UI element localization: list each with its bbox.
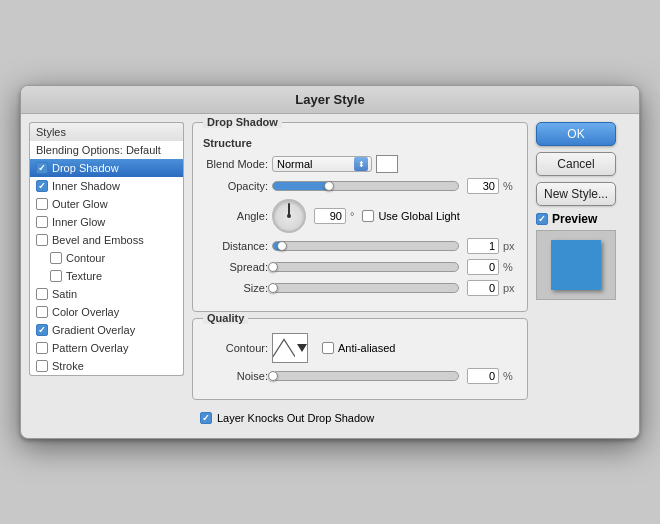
spread-input[interactable] xyxy=(467,259,499,275)
sidebar-item-color-overlay[interactable]: Color Overlay xyxy=(30,303,183,321)
layer-knocks-checkbox[interactable] xyxy=(200,412,212,424)
noise-slider[interactable] xyxy=(272,371,459,381)
sidebar-item-pattern-overlay[interactable]: Pattern Overlay xyxy=(30,339,183,357)
stroke-checkbox[interactable] xyxy=(36,360,48,372)
structure-section: Drop Shadow Structure Blend Mode: Normal… xyxy=(192,122,528,312)
sidebar-item-drop-shadow[interactable]: Drop Shadow xyxy=(30,159,183,177)
angle-degree-symbol: ° xyxy=(350,210,354,222)
ok-button[interactable]: OK xyxy=(536,122,616,146)
use-global-light-label: Use Global Light xyxy=(378,210,459,222)
drop-shadow-checkbox[interactable] xyxy=(36,162,48,174)
contour-row: Contour: Anti-aliased xyxy=(203,333,517,363)
new-style-button[interactable]: New Style... xyxy=(536,182,616,206)
drop-shadow-label: Drop Shadow xyxy=(203,116,282,128)
spread-row: Spread: % xyxy=(203,259,517,275)
opacity-slider[interactable] xyxy=(272,181,459,191)
preview-checkbox[interactable] xyxy=(536,213,548,225)
structure-label: Structure xyxy=(203,137,517,149)
blending-options-item[interactable]: Blending Options: Default xyxy=(30,141,183,159)
noise-row: Noise: % xyxy=(203,368,517,384)
angle-label: Angle: xyxy=(203,210,268,222)
size-row: Size: px xyxy=(203,280,517,296)
size-input[interactable] xyxy=(467,280,499,296)
angle-input[interactable] xyxy=(314,208,346,224)
sidebar-item-gradient-overlay[interactable]: Gradient Overlay xyxy=(30,321,183,339)
pattern-overlay-checkbox[interactable] xyxy=(36,342,48,354)
layer-knocks-row: Layer Knocks Out Drop Shadow xyxy=(192,406,528,430)
contour-checkbox[interactable] xyxy=(50,252,62,264)
satin-checkbox[interactable] xyxy=(36,288,48,300)
opacity-unit: % xyxy=(503,180,517,192)
dialog-title: Layer Style xyxy=(21,86,639,114)
sidebar-item-satin[interactable]: Satin xyxy=(30,285,183,303)
opacity-label: Opacity: xyxy=(203,180,268,192)
quality-section: Quality Contour: Anti-aliased xyxy=(192,318,528,400)
left-panel: Styles Blending Options: Default Drop Sh… xyxy=(29,122,184,430)
blend-mode-select-wrap: Normal Multiply Screen xyxy=(272,156,372,172)
contour-label: Contour: xyxy=(203,342,268,354)
bevel-emboss-checkbox[interactable] xyxy=(36,234,48,246)
blend-mode-label: Blend Mode: xyxy=(203,158,268,170)
angle-wheel[interactable] xyxy=(272,199,306,233)
texture-checkbox[interactable] xyxy=(50,270,62,282)
spread-unit: % xyxy=(503,261,517,273)
blend-mode-select[interactable]: Normal Multiply Screen xyxy=(272,156,372,172)
blend-mode-row: Blend Mode: Normal Multiply Screen xyxy=(203,155,517,173)
distance-label: Distance: xyxy=(203,240,268,252)
size-unit: px xyxy=(503,282,517,294)
preview-box xyxy=(536,230,616,300)
sidebar-item-bevel-emboss[interactable]: Bevel and Emboss xyxy=(30,231,183,249)
color-overlay-checkbox[interactable] xyxy=(36,306,48,318)
sidebar-item-contour[interactable]: Contour xyxy=(30,249,183,267)
styles-list: Blending Options: Default Drop Shadow In… xyxy=(29,141,184,376)
layer-knocks-label: Layer Knocks Out Drop Shadow xyxy=(217,412,374,424)
spread-label: Spread: xyxy=(203,261,268,273)
opacity-row: Opacity: % xyxy=(203,178,517,194)
use-global-light-checkbox[interactable] xyxy=(362,210,374,222)
outer-glow-checkbox[interactable] xyxy=(36,198,48,210)
right-panel: OK Cancel New Style... Preview xyxy=(536,122,631,430)
angle-center-dot xyxy=(287,214,291,218)
size-slider[interactable] xyxy=(272,283,459,293)
preview-label: Preview xyxy=(552,212,597,226)
layer-style-dialog: Layer Style Styles Blending Options: Def… xyxy=(20,85,640,439)
angle-row: Angle: ° Use Global Light xyxy=(203,199,517,233)
quality-legend: Quality xyxy=(203,312,248,324)
size-label: Size: xyxy=(203,282,268,294)
distance-row: Distance: px xyxy=(203,238,517,254)
inner-glow-checkbox[interactable] xyxy=(36,216,48,228)
preview-section: Preview xyxy=(536,212,631,300)
distance-slider[interactable] xyxy=(272,241,459,251)
opacity-input[interactable] xyxy=(467,178,499,194)
inner-shadow-checkbox[interactable] xyxy=(36,180,48,192)
blend-mode-color-swatch[interactable] xyxy=(376,155,398,173)
contour-dropdown-arrow-icon xyxy=(297,344,307,352)
anti-aliased-wrap: Anti-aliased xyxy=(322,342,395,354)
sidebar-item-stroke[interactable]: Stroke xyxy=(30,357,183,375)
cancel-button[interactable]: Cancel xyxy=(536,152,616,176)
gradient-overlay-checkbox[interactable] xyxy=(36,324,48,336)
use-global-light-wrap: Use Global Light xyxy=(362,210,459,222)
preview-blue-rect xyxy=(551,240,601,290)
middle-panel: Drop Shadow Structure Blend Mode: Normal… xyxy=(192,122,528,430)
sidebar-item-inner-glow[interactable]: Inner Glow xyxy=(30,213,183,231)
spread-slider[interactable] xyxy=(272,262,459,272)
noise-input[interactable] xyxy=(467,368,499,384)
anti-aliased-label: Anti-aliased xyxy=(338,342,395,354)
styles-header: Styles xyxy=(29,122,184,141)
distance-input[interactable] xyxy=(467,238,499,254)
noise-unit: % xyxy=(503,370,517,382)
sidebar-item-inner-shadow[interactable]: Inner Shadow xyxy=(30,177,183,195)
preview-label-row: Preview xyxy=(536,212,597,226)
dialog-body: Styles Blending Options: Default Drop Sh… xyxy=(21,114,639,438)
sidebar-item-texture[interactable]: Texture xyxy=(30,267,183,285)
noise-label: Noise: xyxy=(203,370,268,382)
contour-preview[interactable] xyxy=(272,333,308,363)
sidebar-item-outer-glow[interactable]: Outer Glow xyxy=(30,195,183,213)
distance-unit: px xyxy=(503,240,517,252)
anti-aliased-checkbox[interactable] xyxy=(322,342,334,354)
